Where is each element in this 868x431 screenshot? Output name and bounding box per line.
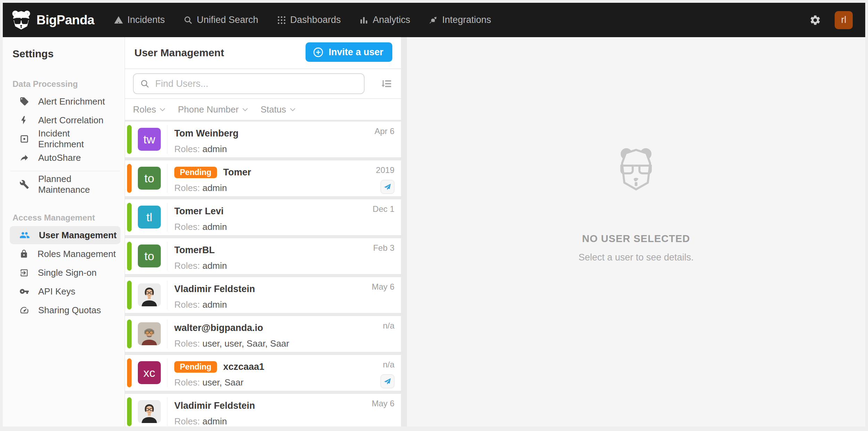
gauge-icon xyxy=(19,305,29,315)
avatar-photo xyxy=(138,322,161,345)
user-row[interactable]: walter@bigpanda.io Roles: user, user, Sa… xyxy=(125,316,401,352)
user-avatar[interactable]: rl xyxy=(835,11,853,29)
bigpanda-logo[interactable]: BigPanda xyxy=(11,10,94,31)
roles-label: Roles: xyxy=(174,338,200,349)
roles-label: Roles: xyxy=(174,183,200,193)
sidebar-item-roles-management[interactable]: Roles Management xyxy=(10,245,120,263)
avatar-photo xyxy=(138,283,161,306)
empty-state-title: NO USER SELECTED xyxy=(582,233,690,244)
search-icon xyxy=(184,16,193,25)
user-row[interactable]: tl Tomer Levi Roles: admin Dec 1 xyxy=(125,199,401,235)
nav-item-label: Integrations xyxy=(442,15,491,25)
nav-item-integrations[interactable]: Integrations xyxy=(429,15,491,25)
pending-badge: Pending xyxy=(174,167,217,178)
panel-header: User Management Invite a user xyxy=(125,37,401,68)
status-bar xyxy=(127,358,132,387)
app-window: BigPanda Incidents Unified Search xyxy=(3,3,865,426)
avatar: tw xyxy=(138,128,161,151)
sidebar-item-api-keys[interactable]: API Keys xyxy=(10,282,120,300)
nav-item-analytics[interactable]: Analytics xyxy=(359,15,410,25)
roles-value: admin xyxy=(202,416,227,426)
resend-invite-button[interactable] xyxy=(381,180,394,194)
invite-user-button[interactable]: Invite a user xyxy=(306,42,392,62)
content-area: Settings Data Processing Alert Enrichmen… xyxy=(3,37,865,426)
user-date: May 6 xyxy=(372,399,394,408)
nav-item-dashboards[interactable]: Dashboards xyxy=(277,15,341,25)
user-row[interactable]: to Pending Tomer Roles: admin 2019 xyxy=(125,160,401,196)
user-date: Feb 3 xyxy=(373,243,394,253)
user-date: May 6 xyxy=(372,282,394,292)
nav-items: Incidents Unified Search Dashboards xyxy=(114,15,491,25)
status-bar xyxy=(127,281,132,309)
roles-label: Roles: xyxy=(174,144,200,154)
roles-label: Roles: xyxy=(174,377,200,388)
row-divider xyxy=(167,281,167,309)
user-row[interactable]: tw Tom Weinberg Roles: admin Apr 6 xyxy=(125,122,401,157)
sidebar-item-incident-enrichment[interactable]: Incident Enrichment xyxy=(10,130,120,148)
user-date: n/a xyxy=(383,321,394,331)
sidebar-item-alert-correlation[interactable]: Alert Correlation xyxy=(10,111,120,129)
sidebar-item-single-sign-on[interactable]: Single Sign-on xyxy=(10,264,120,282)
row-divider xyxy=(167,164,167,193)
user-row[interactable]: to TomerBL Roles: admin Feb 3 xyxy=(125,238,401,274)
roles-value: admin xyxy=(202,260,227,271)
sidebar-item-autoshare[interactable]: AutoShare xyxy=(10,149,120,167)
sidebar-item-label: Roles Management xyxy=(37,249,116,259)
avatar: tl xyxy=(138,206,161,229)
sort-button[interactable] xyxy=(379,77,393,91)
roles-value: user, Saar xyxy=(202,377,244,388)
roles-value: admin xyxy=(202,144,227,154)
lightning-icon xyxy=(19,115,29,125)
user-row[interactable]: Vladimir Feldstein Roles: admin May 6 xyxy=(125,277,401,313)
user-row[interactable]: Vladimir Feldstein Roles: admin May 6 xyxy=(125,394,401,426)
user-name: walter@bigpanda.io xyxy=(174,323,263,333)
search-bar-block xyxy=(125,69,401,98)
sort-icon xyxy=(380,77,393,90)
user-list: tw Tom Weinberg Roles: admin Apr 6 to xyxy=(125,122,401,426)
brand-name: BigPanda xyxy=(36,13,94,27)
nav-item-label: Analytics xyxy=(373,15,410,25)
user-info: Vladimir Feldstein Roles: admin xyxy=(174,400,255,426)
sidebar-item-planned-maintenance[interactable]: Planned Maintenance xyxy=(10,175,120,193)
resend-invite-button[interactable] xyxy=(381,374,394,388)
avatar: to xyxy=(138,244,161,267)
settings-gear-button[interactable] xyxy=(808,13,822,27)
filter-roles[interactable]: Roles xyxy=(133,104,165,115)
paper-plane-icon xyxy=(383,183,392,191)
tag-icon xyxy=(19,97,29,106)
filter-phone-number[interactable]: Phone Number xyxy=(178,104,248,115)
search-input[interactable] xyxy=(155,78,358,89)
status-bar xyxy=(127,125,132,154)
grid-icon xyxy=(277,16,286,25)
nav-item-label: Incidents xyxy=(127,15,165,25)
roles-label: Roles: xyxy=(174,416,200,426)
filter-status[interactable]: Status xyxy=(260,104,295,115)
user-date: Dec 1 xyxy=(373,204,394,214)
key-icon xyxy=(19,287,29,296)
user-name: xczcaaa1 xyxy=(223,362,265,372)
sidebar-item-label: User Management xyxy=(39,230,117,241)
search-icon xyxy=(140,79,150,89)
nav-item-unified-search[interactable]: Unified Search xyxy=(184,15,258,25)
square-dot-icon xyxy=(19,134,29,144)
roles-label: Roles: xyxy=(174,299,200,310)
status-bar xyxy=(127,203,132,232)
sidebar-title: Settings xyxy=(10,48,120,60)
user-detail-panel: NO USER SELECTED Select a user to see de… xyxy=(407,37,865,426)
user-info: Tomer Levi Roles: admin xyxy=(174,205,227,232)
pending-badge: Pending xyxy=(174,361,217,373)
sidebar-item-label: Planned Maintenance xyxy=(38,174,117,195)
user-name: Tom Weinberg xyxy=(174,128,239,139)
user-name: Vladimir Feldstein xyxy=(174,400,255,411)
user-name: Vladimir Feldstein xyxy=(174,284,255,295)
sidebar-item-alert-enrichment[interactable]: Alert Enrichment xyxy=(10,92,120,110)
warning-triangle-icon xyxy=(114,15,123,25)
sidebar-item-sharing-quotas[interactable]: Sharing Quotas xyxy=(10,301,120,319)
empty-state-subtitle: Select a user to see details. xyxy=(578,252,694,263)
user-row[interactable]: xc Pending xczcaaa1 Roles: user, Saar n/… xyxy=(125,355,401,391)
nav-item-incidents[interactable]: Incidents xyxy=(114,15,165,25)
sidebar-item-user-management[interactable]: User Management xyxy=(10,226,120,244)
roles-value: admin xyxy=(202,299,227,310)
user-info: walter@bigpanda.io Roles: user, user, Sa… xyxy=(174,322,289,349)
status-bar xyxy=(127,397,132,426)
